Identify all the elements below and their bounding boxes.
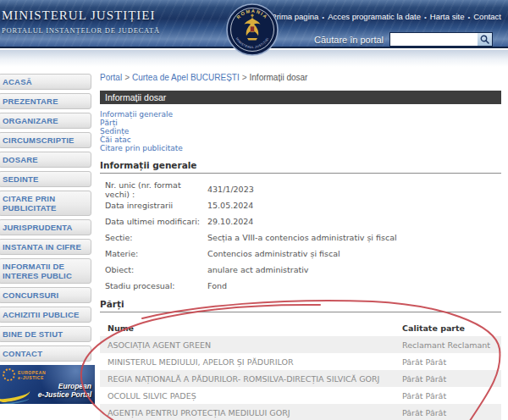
nav-separator bbox=[322, 12, 324, 21]
table-row: MINISTERUL MEDIULUI, APELOR ȘI PĂDURILOR… bbox=[100, 353, 501, 370]
sidebar-item-citare-prin-publicitate[interactable]: CITARE PRIN PUBLICITATE bbox=[0, 191, 91, 216]
search-row: Căutare în portal bbox=[314, 32, 493, 47]
top-navigation: Prima paginaAcces programatic la dateHar… bbox=[271, 12, 501, 21]
nav-acces-programatic[interactable]: Acces programatic la date bbox=[328, 12, 421, 21]
info-row-sectie: Sectie: Secția a VIII-a contencios admin… bbox=[100, 229, 501, 246]
table-row: REGIA NAȚIONALĂ A PĂDURILOR- ROMSILVA-DI… bbox=[100, 370, 501, 387]
breadcrumb-current: Informații dosar bbox=[250, 73, 308, 82]
ejustice-logo-line2: e-JUSTICE bbox=[18, 375, 44, 380]
sidebar-item-informatii-interes-public[interactable]: INFORMATII DE INTERES PUBLIC bbox=[0, 258, 91, 284]
info-row-nr-unic: Nr. unic (nr. format vechi) : 431/1/2023 bbox=[100, 181, 501, 197]
sidebar-item-instanta-in-cifre[interactable]: INSTANTA IN CIFRE bbox=[0, 239, 91, 255]
ejustice-caption: European e-Justice Portal bbox=[38, 383, 91, 399]
sidebar-item-bine-de-stiut[interactable]: BINE DE STIUT bbox=[0, 326, 91, 342]
sidebar-item-organizare[interactable]: ORGANIZARE bbox=[0, 113, 91, 129]
column-header-calitate-parte: Calitate parte bbox=[402, 323, 501, 333]
breadcrumb-separator bbox=[242, 73, 247, 82]
search-input[interactable] bbox=[390, 33, 478, 46]
parties-header-row: Nume Calitate parte bbox=[100, 319, 501, 336]
page-title-bar: Informații dosar bbox=[100, 91, 501, 104]
ejustice-banner[interactable]: EUROPEAN e-JUSTICE European e-Justice Po… bbox=[0, 365, 95, 404]
info-row-stadiu-procesual: Stadiu procesual: Fond bbox=[100, 278, 501, 294]
link-sedinte[interactable]: Ședințe bbox=[100, 127, 501, 135]
main-content: PortalCurtea de Apel BUCUREȘTIInformații… bbox=[100, 73, 501, 420]
nav-harta-site[interactable]: Harta site bbox=[430, 12, 465, 21]
sidebar-item-acasa[interactable]: ACASĂ bbox=[0, 74, 91, 90]
quick-links: Informații generale Părți Ședințe Căi at… bbox=[100, 110, 501, 152]
site-subtitle: PORTALUL INSTANȚELOR DE JUDECATĂ bbox=[2, 26, 160, 35]
brand-block: MINISTERUL JUSTIȚIEI PORTALUL INSTANȚELO… bbox=[2, 8, 160, 35]
nav-contact[interactable]: Contact bbox=[473, 12, 501, 21]
parties-heading: Părți bbox=[100, 299, 501, 312]
link-informatii-generale[interactable]: Informații generale bbox=[100, 110, 501, 119]
column-header-nume: Nume bbox=[100, 323, 402, 333]
sidebar-item-concursuri[interactable]: CONCURSURI bbox=[0, 287, 91, 303]
link-parti[interactable]: Părți bbox=[100, 119, 501, 127]
sidebar-item-achizitii-publice[interactable]: ACHIZITII PUBLICE bbox=[0, 307, 91, 323]
breadcrumb-separator bbox=[124, 73, 130, 82]
nav-separator bbox=[424, 12, 427, 21]
sidebar: ACASĂ PREZENTARE ORGANIZARE CIRCUMSCRIPT… bbox=[0, 74, 95, 404]
info-row-data-inregistrarii: Data inregistrarii 15.05.2024 bbox=[100, 197, 501, 213]
search-label: Căutare în portal bbox=[314, 35, 384, 45]
search-button[interactable] bbox=[478, 33, 492, 46]
search-icon bbox=[480, 35, 489, 44]
sidebar-item-circumscriptie[interactable]: CIRCUMSCRIPTIE bbox=[0, 132, 91, 148]
romania-emblem: ROMANIA MINISTERUL JUSTIȚIEI bbox=[224, 3, 280, 61]
sidebar-item-dosare[interactable]: DOSARE bbox=[0, 152, 91, 168]
table-row: OCOLUL SILVIC PADEȘ Pârât Pârât bbox=[100, 387, 501, 404]
table-row: AGENȚIA PENTRU PROTECȚIA MEDIULUI GORJ P… bbox=[100, 404, 501, 420]
link-citare-prin-publicitate[interactable]: Citare prin publicitate bbox=[100, 144, 501, 152]
link-cai-atac[interactable]: Căi atac bbox=[100, 135, 501, 144]
nav-separator bbox=[467, 12, 470, 21]
info-row-materie: Materie: Contencios administrativ și fis… bbox=[100, 246, 501, 262]
parties-table: Nume Calitate parte ASOCIAȚIA AGENT GREE… bbox=[100, 319, 501, 420]
sidebar-item-sedinte[interactable]: SEDINTE bbox=[0, 171, 91, 187]
info-row-data-ultimei-modificari: Data ultimei modificari: 29.10.2024 bbox=[100, 213, 501, 229]
sidebar-item-contact[interactable]: CONTACT bbox=[0, 345, 91, 362]
ejustice-logo-icon bbox=[3, 368, 15, 381]
general-info-heading: Informații generale bbox=[100, 160, 501, 174]
sidebar-item-prezentare[interactable]: PREZENTARE bbox=[0, 93, 91, 109]
sidebar-item-jurisprudenta[interactable]: JURISPRUDENTA bbox=[0, 219, 91, 235]
ejustice-logo: EUROPEAN e-JUSTICE bbox=[3, 368, 46, 381]
breadcrumb: PortalCurtea de Apel BUCUREȘTIInformații… bbox=[100, 73, 501, 82]
breadcrumb-court[interactable]: Curtea de Apel BUCUREȘTI bbox=[132, 73, 240, 82]
search-box bbox=[389, 32, 493, 47]
general-info-list: Nr. unic (nr. format vechi) : 431/1/2023… bbox=[100, 181, 501, 294]
table-row: ASOCIAȚIA AGENT GREEN Reclamant Reclaman… bbox=[100, 336, 501, 353]
ejustice-swoosh-decoration bbox=[0, 388, 31, 403]
site-title: MINISTERUL JUSTIȚIEI bbox=[2, 8, 160, 23]
info-row-obiect: Obiect: anulare act administrativ bbox=[100, 262, 501, 278]
breadcrumb-portal[interactable]: Portal bbox=[100, 73, 122, 82]
